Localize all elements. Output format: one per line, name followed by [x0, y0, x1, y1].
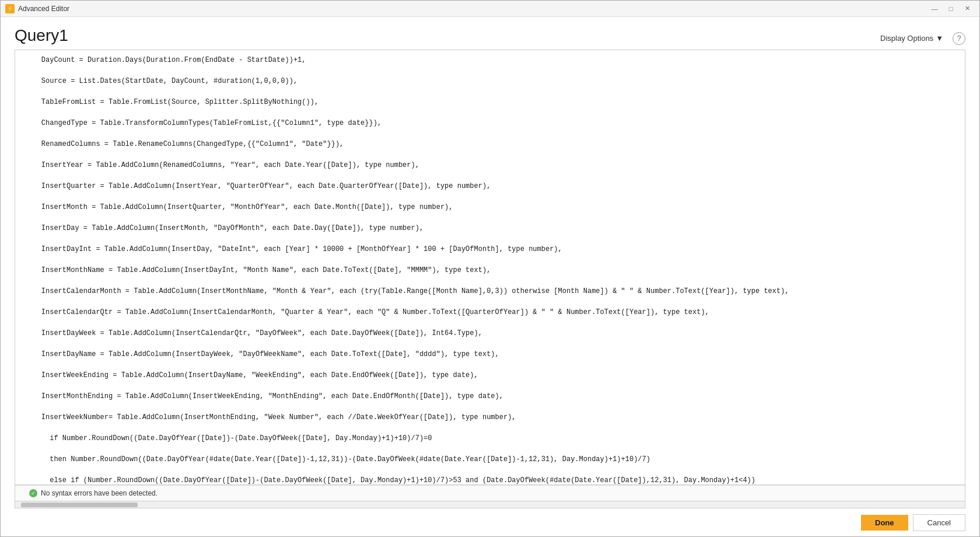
title-bar-text: Advanced Editor [18, 5, 69, 13]
cancel-button[interactable]: Cancel [913, 514, 965, 531]
header-right: Display Options ▼ ? [876, 32, 965, 45]
title-bar-controls: ― □ ✕ [927, 3, 975, 15]
query-title: Query1 [15, 26, 68, 45]
maximize-button[interactable]: □ [943, 3, 958, 15]
header-bar: Query1 Display Options ▼ ? [1, 17, 979, 50]
main-content: Query1 Display Options ▼ ? DayCount = Du… [1, 17, 979, 536]
minimize-button[interactable]: ― [927, 3, 942, 15]
advanced-editor-window: ⚡ Advanced Editor ― □ ✕ Query1 Display O… [0, 0, 980, 537]
display-options-button[interactable]: Display Options ▼ [876, 32, 948, 45]
status-message: No syntax errors have been detected. [41, 489, 158, 497]
horizontal-scrollbar[interactable] [15, 501, 965, 508]
status-ok: ✓ No syntax errors have been detected. [29, 489, 158, 497]
title-bar: ⚡ Advanced Editor ― □ ✕ [1, 1, 979, 17]
chevron-down-icon: ▼ [936, 34, 943, 43]
check-icon: ✓ [29, 489, 37, 497]
code-editor[interactable]: DayCount = Duration.Days(Duration.From(E… [15, 50, 965, 484]
help-icon[interactable]: ? [953, 32, 965, 45]
scrollbar-thumb[interactable] [21, 503, 138, 507]
title-bar-left: ⚡ Advanced Editor [5, 4, 69, 13]
footer-bar: Done Cancel [1, 508, 979, 536]
done-button[interactable]: Done [861, 515, 908, 531]
status-bar: ✓ No syntax errors have been detected. [15, 485, 965, 501]
app-icon: ⚡ [5, 4, 15, 13]
editor-area[interactable]: DayCount = Duration.Days(Duration.From(E… [15, 50, 965, 485]
close-button[interactable]: ✕ [960, 3, 975, 15]
